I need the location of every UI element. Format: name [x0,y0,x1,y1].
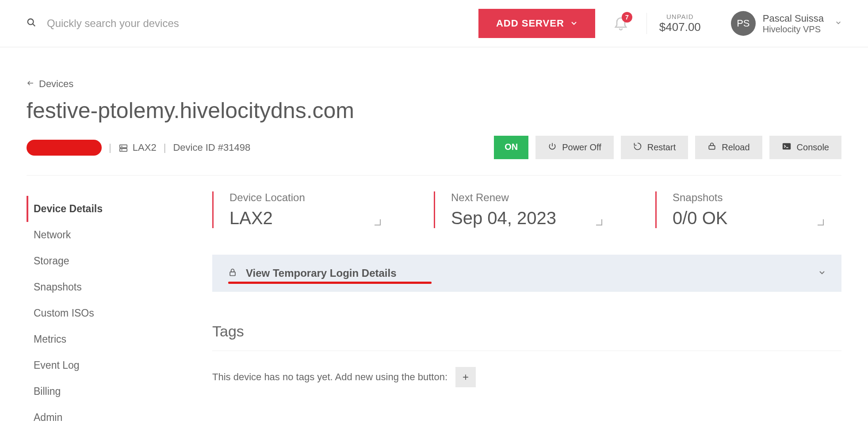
user-name: Pascal Suissa [763,13,824,24]
action-bar: ON Power Off Restart Reload [494,136,841,159]
sidebar-item-storage[interactable]: Storage [27,248,212,274]
svg-rect-10 [230,272,235,275]
sidebar-item-event-log[interactable]: Event Log [27,352,212,378]
arrow-left-icon [27,78,34,90]
sidebar-item-snapshots[interactable]: Snapshots [27,274,212,300]
stat-snapshots[interactable]: Snapshots 0/0 OK [655,191,841,228]
avatar: PS [731,11,756,36]
stat-value: Sep 04, 2023 [451,208,620,228]
chevron-down-icon [835,19,841,27]
device-id: Device ID #31498 [173,142,250,153]
stat-label: Snapshots [673,191,841,204]
tags-title: Tags [212,323,841,340]
sidebar-item-admin[interactable]: Admin [27,405,212,431]
add-tag-button[interactable]: + [455,367,476,387]
tags-section: Tags This device has no tags yet. Add ne… [212,323,841,387]
expand-icon [375,219,381,225]
svg-point-0 [28,19,34,25]
svg-rect-4 [119,149,127,151]
user-menu[interactable]: PS Pascal Suissa Hivelocity VPS [722,11,841,36]
expand-icon [596,219,602,225]
restart-button[interactable]: Restart [621,136,688,159]
page-title: festive-ptolemy.hivelocitydns.com [27,98,841,123]
power-off-label: Power Off [562,142,601,153]
sidebar-item-billing[interactable]: Billing [27,378,212,405]
console-label: Console [797,142,829,153]
reload-icon [707,142,716,153]
expand-icon [818,219,824,225]
server-icon [119,142,133,153]
device-meta-row: | LAX2 | Device ID #31498 ON Power Off [27,136,841,159]
add-server-label: ADD SERVER [496,18,564,29]
reload-button[interactable]: Reload [695,136,762,159]
reload-label: Reload [722,142,749,153]
restart-icon [633,142,642,153]
user-text: Pascal Suissa Hivelocity VPS [763,13,824,34]
main-content: Devices festive-ptolemy.hivelocitydns.co… [0,47,868,443]
bell-icon [613,24,629,32]
separator: | [164,142,166,153]
svg-line-1 [33,24,35,27]
svg-rect-3 [119,145,127,147]
content-row: Device Details Network Storage Snapshots… [27,191,841,431]
stat-value: 0/0 OK [673,208,841,228]
search-input[interactable] [47,17,470,30]
stats-row: Device Location LAX2 Next Renew Sep 04, … [212,191,841,228]
separator: | [109,142,111,153]
stat-label: Next Renew [451,191,620,204]
stat-location[interactable]: Device Location LAX2 [212,191,398,228]
chevron-down-icon [570,18,577,29]
sidebar-item-device-details[interactable]: Device Details [27,196,212,222]
stat-renew[interactable]: Next Renew Sep 04, 2023 [434,191,620,228]
breadcrumb[interactable]: Devices [27,78,841,90]
power-off-button[interactable]: Power Off [535,136,614,159]
stat-label: Device Location [229,191,398,204]
login-details-panel[interactable]: View Temporary Login Details [212,255,841,292]
status-on: ON [494,136,528,159]
unpaid-summary[interactable]: UNPAID $407.00 [646,13,713,34]
unpaid-label: UNPAID [659,13,701,20]
details-panel: Device Location LAX2 Next Renew Sep 04, … [212,191,841,431]
sidebar-item-metrics[interactable]: Metrics [27,326,212,352]
sidebar-item-custom-isos[interactable]: Custom ISOs [27,300,212,326]
user-org: Hivelocity VPS [763,24,824,34]
breadcrumb-label: Devices [39,78,73,90]
redacted-ip [27,140,102,156]
tags-empty-row: This device has no tags yet. Add new usi… [212,367,841,387]
tags-empty-text: This device has no tags yet. Add new usi… [212,371,447,383]
app-header: ADD SERVER 7 UNPAID $407.00 PS Pascal Su… [0,0,868,47]
unpaid-value: $407.00 [659,20,701,34]
search-icon [27,18,36,29]
login-details-label: View Temporary Login Details [246,267,397,279]
svg-rect-7 [709,145,715,149]
device-location-chip: LAX2 [119,142,157,153]
stat-value: LAX2 [229,208,398,228]
notifications-button[interactable]: 7 [604,15,638,32]
chevron-down-icon [818,269,826,278]
divider [27,175,841,176]
sidebar-item-network[interactable]: Network [27,222,212,248]
highlight-underline [228,282,432,284]
restart-label: Restart [647,142,676,153]
notification-badge: 7 [622,12,632,23]
search-wrap [27,17,470,30]
add-server-button[interactable]: ADD SERVER [478,9,595,38]
sidebar: Device Details Network Storage Snapshots… [27,191,212,431]
power-icon [548,142,557,153]
console-button[interactable]: Console [769,136,841,159]
divider [212,351,841,351]
console-icon [782,142,792,153]
location-short: LAX2 [133,142,157,153]
lock-icon [228,268,237,279]
svg-rect-8 [782,143,790,150]
